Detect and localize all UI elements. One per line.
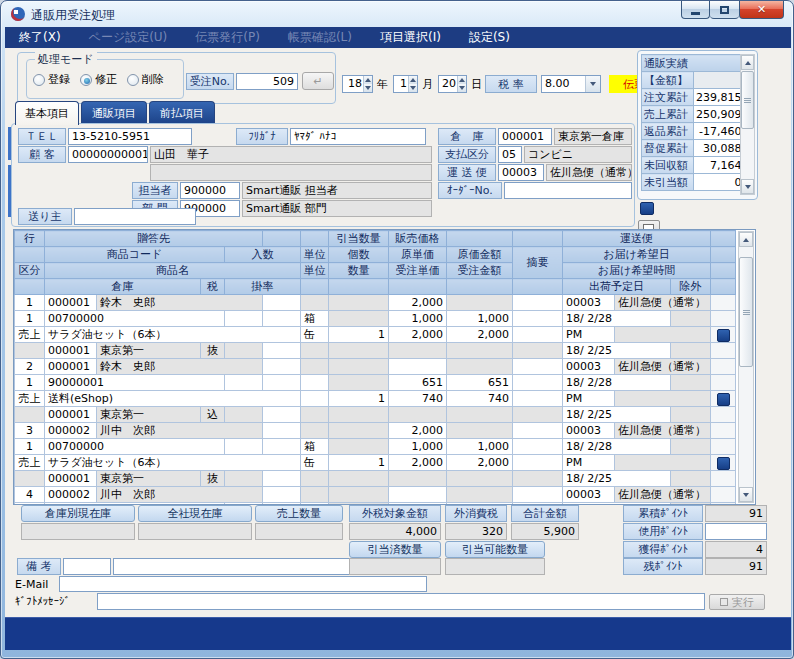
grid-cell[interactable]: [513, 391, 563, 407]
grid-cell[interactable]: 000002: [45, 423, 97, 439]
date-month-stepper[interactable]: 1: [393, 75, 418, 93]
grid-cell[interactable]: [513, 423, 563, 439]
grid-cell[interactable]: [263, 407, 301, 423]
grid-cell[interactable]: 2,000: [389, 423, 447, 439]
menu-exit[interactable]: 終了(X): [5, 27, 75, 48]
date-year-stepper[interactable]: 18: [342, 75, 373, 93]
grid-cell[interactable]: 000001: [45, 471, 97, 487]
grid-cell[interactable]: 18/ 2/25: [563, 471, 671, 487]
row-flag-icon[interactable]: [717, 329, 730, 342]
gift-message-input[interactable]: [97, 593, 705, 610]
grid-cell[interactable]: [263, 295, 301, 311]
grid-cell[interactable]: 1: [15, 295, 45, 311]
customer-code-input[interactable]: 00000000001: [68, 146, 148, 163]
company-stock-button[interactable]: 全社現在庫: [138, 505, 252, 522]
grid-cell[interactable]: 720: [389, 503, 447, 506]
grid-cell[interactable]: 缶: [301, 455, 329, 471]
grid-scrollbar-thumb[interactable]: [739, 257, 753, 367]
grid-cell[interactable]: 箱: [301, 311, 329, 327]
grid-cell[interactable]: 18/ 2/25: [563, 343, 671, 359]
order-number-input[interactable]: [504, 182, 632, 199]
grid-cell[interactable]: 1,000: [447, 439, 513, 455]
scroll-down-icon[interactable]: [739, 487, 753, 502]
chevron-down-icon[interactable]: [585, 76, 600, 92]
minimize-button[interactable]: [681, 1, 710, 19]
grid-cell[interactable]: 00700000: [45, 311, 225, 327]
scroll-down-icon[interactable]: [741, 179, 754, 194]
grid-cell[interactable]: 1: [329, 391, 389, 407]
grid-cell[interactable]: 18/ 2/28: [563, 439, 671, 455]
radio-modify[interactable]: 修正: [80, 72, 117, 87]
sales-qty-button[interactable]: 売上数量: [255, 505, 343, 522]
scroll-up-icon[interactable]: [739, 232, 753, 247]
grid-cell[interactable]: 000001: [45, 359, 97, 375]
menu-item-select[interactable]: 項目選択(I): [366, 27, 455, 48]
grid-cell[interactable]: [301, 375, 329, 391]
grid-cell[interactable]: [513, 487, 563, 503]
date-month-spin-icons[interactable]: [408, 76, 417, 92]
grid-cell[interactable]: 2,000: [389, 295, 447, 311]
grid-cell[interactable]: 箱: [301, 439, 329, 455]
grid-cell[interactable]: 缶: [301, 327, 329, 343]
grid-cell[interactable]: [301, 503, 329, 506]
staff-code-input[interactable]: 900000: [180, 182, 240, 199]
grid-cell[interactable]: 18/ 2/28: [563, 375, 671, 391]
grid-cell[interactable]: 売上: [15, 391, 45, 407]
grid-cell[interactable]: [263, 423, 301, 439]
stats-scrollbar-thumb[interactable]: [741, 71, 754, 129]
order-no-input[interactable]: 509: [236, 73, 298, 90]
grid-cell[interactable]: [263, 487, 301, 503]
grid-cell[interactable]: 1: [15, 311, 45, 327]
grid-cell[interactable]: サラダ油セット（6本）: [45, 455, 301, 471]
grid-cell[interactable]: 720: [447, 503, 513, 506]
email-input[interactable]: [59, 576, 427, 592]
grid-cell[interactable]: 18/ 2/25: [563, 407, 671, 423]
payment-code-input[interactable]: 05: [498, 146, 522, 163]
grid-cell[interactable]: 740: [389, 391, 447, 407]
memo-code-input[interactable]: [63, 558, 111, 575]
tab-basic[interactable]: 基本項目: [15, 101, 79, 125]
allocatable-qty-button[interactable]: 引当可能数量: [445, 541, 545, 558]
grid-cell[interactable]: 売上: [15, 327, 45, 343]
tab-mailorder[interactable]: 通販項目: [81, 101, 147, 124]
grid-cell[interactable]: [263, 311, 301, 327]
grid-cell[interactable]: 00003: [563, 295, 615, 311]
date-year-spin-icons[interactable]: [363, 76, 372, 92]
grid-cell[interactable]: 1: [329, 327, 389, 343]
grid-cell[interactable]: 1: [15, 503, 45, 506]
maximize-button[interactable]: [710, 1, 739, 19]
grid-cell[interactable]: 00000001: [45, 503, 225, 506]
grid-cell[interactable]: 651: [447, 375, 513, 391]
grid-cell[interactable]: 1: [15, 375, 45, 391]
grid-cell[interactable]: [225, 375, 263, 391]
grid-cell[interactable]: [389, 359, 447, 375]
grid-cell[interactable]: 売上: [15, 455, 45, 471]
kana-input[interactable]: ﾔﾏﾀﾞ ﾊﾅｺ: [290, 128, 426, 145]
menu-settings[interactable]: 設定(S): [455, 27, 524, 48]
grid-cell[interactable]: [263, 343, 301, 359]
row-flag-icon[interactable]: [717, 457, 730, 470]
tab-prepaid[interactable]: 前払項目: [149, 101, 215, 124]
grid-cell[interactable]: 18/ 2/28: [563, 503, 671, 506]
tel-input[interactable]: 13-5210-5951: [68, 128, 192, 145]
use-points-input[interactable]: [705, 523, 767, 540]
grid-cell[interactable]: 2: [15, 359, 45, 375]
grid-cell[interactable]: [263, 375, 301, 391]
warehouse-stock-button[interactable]: 倉庫別現在庫: [21, 505, 135, 522]
grid-cell[interactable]: [513, 327, 563, 343]
tax-rate-select[interactable]: 8.00: [541, 75, 601, 93]
grid-cell[interactable]: [225, 439, 263, 455]
date-day-stepper[interactable]: 20: [438, 75, 467, 93]
carrier-code-input[interactable]: 00003: [498, 164, 544, 181]
grid-cell[interactable]: 18/ 2/28: [563, 311, 671, 327]
grid-cell[interactable]: 00003: [563, 359, 615, 375]
grid-cell[interactable]: [513, 375, 563, 391]
grid-cell[interactable]: 000001: [45, 407, 97, 423]
grid-cell[interactable]: [389, 487, 447, 503]
grid-cell[interactable]: 740: [447, 391, 513, 407]
grid-cell[interactable]: [301, 391, 329, 407]
grid-cell[interactable]: 00700000: [45, 439, 225, 455]
grid-cell[interactable]: 1: [15, 439, 45, 455]
allocated-qty-button[interactable]: 引当済数量: [349, 541, 441, 558]
date-day-spin-icons[interactable]: [457, 76, 466, 92]
